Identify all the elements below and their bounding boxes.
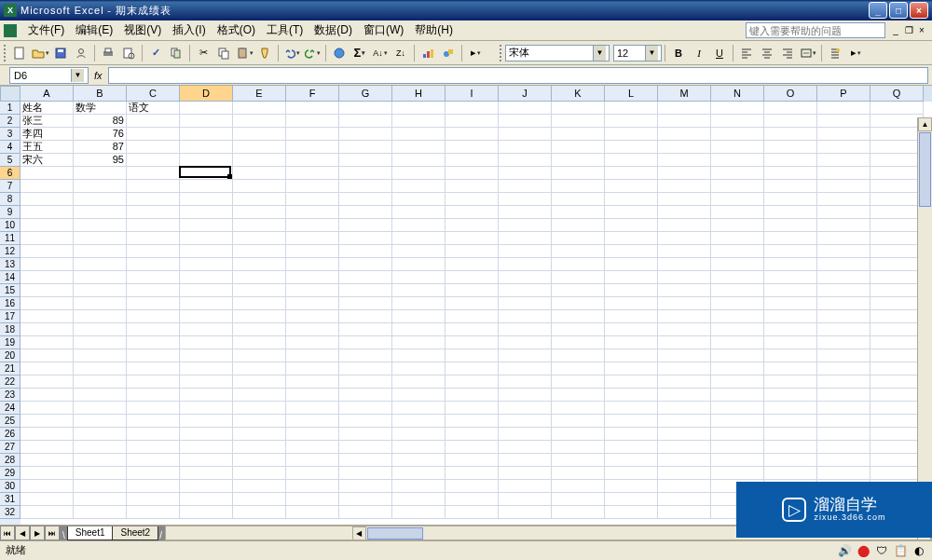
cell-I14[interactable]	[445, 271, 499, 284]
name-box-dropdown-icon[interactable]: ▼	[71, 69, 84, 82]
cell-H27[interactable]	[392, 441, 445, 454]
fx-icon[interactable]: fx	[94, 70, 103, 81]
cell-B2[interactable]: 89	[74, 115, 127, 128]
cell-E17[interactable]	[233, 310, 286, 323]
row-header-4[interactable]: 4	[0, 141, 21, 154]
cell-J27[interactable]	[499, 441, 552, 454]
cell-O22[interactable]	[764, 376, 817, 389]
cell-E15[interactable]	[233, 284, 286, 297]
format-toolbar-grip[interactable]	[500, 45, 502, 61]
cell-M32[interactable]	[658, 506, 711, 519]
cell-Q3[interactable]	[870, 128, 924, 141]
cell-K9[interactable]	[552, 206, 605, 219]
cell-N1[interactable]	[711, 102, 764, 115]
cell-H8[interactable]	[392, 193, 445, 206]
cell-E12[interactable]	[233, 245, 286, 258]
cell-L27[interactable]	[605, 441, 658, 454]
row-header-21[interactable]: 21	[0, 362, 21, 376]
cell-J8[interactable]	[499, 193, 552, 206]
cell-L4[interactable]	[605, 141, 658, 154]
toolbar-more-button[interactable]: ▸	[846, 44, 865, 62]
row-header-25[interactable]: 25	[0, 415, 21, 428]
cell-Q27[interactable]	[870, 441, 924, 454]
cell-H30[interactable]	[392, 480, 445, 493]
cell-F10[interactable]	[286, 219, 339, 232]
cell-D31[interactable]	[180, 493, 233, 506]
cell-I21[interactable]	[445, 362, 499, 376]
cell-O28[interactable]	[764, 454, 817, 467]
cell-J18[interactable]	[499, 323, 552, 336]
save-button[interactable]	[51, 44, 70, 62]
cell-G10[interactable]	[339, 219, 392, 232]
cell-Q25[interactable]	[870, 415, 924, 428]
cell-O20[interactable]	[764, 349, 817, 362]
vscroll-thumb[interactable]	[919, 132, 931, 207]
cell-Q20[interactable]	[870, 349, 924, 362]
column-header-B[interactable]: B	[74, 86, 127, 102]
cell-B27[interactable]	[74, 441, 127, 454]
cell-C7[interactable]	[127, 180, 180, 193]
row-header-29[interactable]: 29	[0, 467, 21, 480]
cell-F29[interactable]	[286, 467, 339, 480]
cell-O5[interactable]	[764, 154, 817, 167]
cell-E30[interactable]	[233, 480, 286, 493]
cell-F20[interactable]	[286, 349, 339, 362]
cell-N17[interactable]	[711, 310, 764, 323]
cell-A29[interactable]	[21, 467, 74, 480]
cell-K13[interactable]	[552, 258, 605, 271]
cell-Q13[interactable]	[870, 258, 924, 271]
cell-B5[interactable]: 95	[74, 154, 127, 167]
cell-E19[interactable]	[233, 336, 286, 349]
cell-K19[interactable]	[552, 336, 605, 349]
column-header-G[interactable]: G	[339, 86, 392, 102]
cell-I32[interactable]	[445, 506, 499, 519]
cell-Q28[interactable]	[870, 454, 924, 467]
name-box[interactable]: D6 ▼	[9, 67, 89, 84]
row-header-10[interactable]: 10	[0, 219, 21, 232]
cell-A30[interactable]	[21, 480, 74, 493]
copy-button[interactable]	[214, 44, 233, 62]
cell-C2[interactable]	[127, 115, 180, 128]
cell-F11[interactable]	[286, 232, 339, 245]
cell-F32[interactable]	[286, 506, 339, 519]
cell-A26[interactable]	[21, 428, 74, 441]
cell-A24[interactable]	[21, 402, 74, 415]
cell-I23[interactable]	[445, 389, 499, 402]
cell-B29[interactable]	[74, 467, 127, 480]
cell-H6[interactable]	[392, 167, 445, 180]
menu-view[interactable]: 视图(V)	[118, 20, 167, 40]
cell-A12[interactable]	[21, 245, 74, 258]
cell-K20[interactable]	[552, 349, 605, 362]
cell-G23[interactable]	[339, 389, 392, 402]
italic-button[interactable]: I	[690, 44, 708, 62]
cell-B17[interactable]	[74, 310, 127, 323]
cell-E23[interactable]	[233, 389, 286, 402]
cell-E24[interactable]	[233, 402, 286, 415]
cell-J23[interactable]	[499, 389, 552, 402]
cell-C20[interactable]	[127, 349, 180, 362]
cell-E6[interactable]	[233, 167, 286, 180]
cell-F5[interactable]	[286, 154, 339, 167]
cell-H23[interactable]	[392, 389, 445, 402]
cell-M9[interactable]	[658, 206, 711, 219]
cell-E22[interactable]	[233, 376, 286, 389]
cell-I9[interactable]	[445, 206, 499, 219]
cell-E32[interactable]	[233, 506, 286, 519]
cell-N5[interactable]	[711, 154, 764, 167]
row-header-2[interactable]: 2	[0, 115, 21, 128]
cell-F31[interactable]	[286, 493, 339, 506]
cell-H9[interactable]	[392, 206, 445, 219]
cell-E14[interactable]	[233, 271, 286, 284]
cell-N22[interactable]	[711, 376, 764, 389]
cell-L10[interactable]	[605, 219, 658, 232]
cell-N6[interactable]	[711, 167, 764, 180]
cell-E26[interactable]	[233, 428, 286, 441]
cell-O8[interactable]	[764, 193, 817, 206]
cell-C18[interactable]	[127, 323, 180, 336]
cell-J29[interactable]	[499, 467, 552, 480]
row-header-7[interactable]: 7	[0, 180, 21, 193]
cell-P1[interactable]	[817, 102, 870, 115]
cell-N18[interactable]	[711, 323, 764, 336]
cell-O18[interactable]	[764, 323, 817, 336]
cell-N10[interactable]	[711, 219, 764, 232]
